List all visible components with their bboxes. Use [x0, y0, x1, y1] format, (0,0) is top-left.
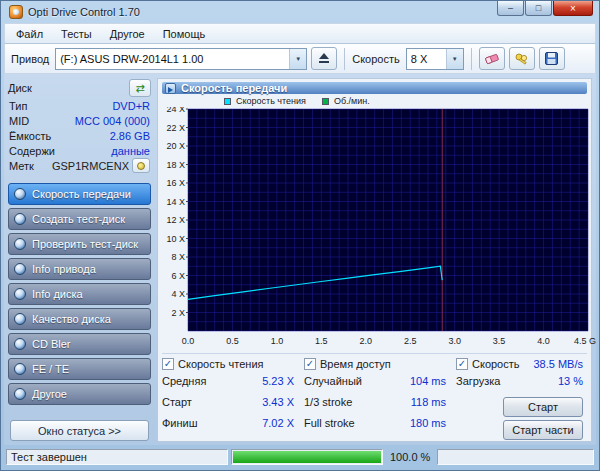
stats-row: Средняя 5.23 X Старт 3.43 X Финиш 7.02 X	[162, 375, 587, 442]
stat-value: 13 %	[558, 375, 583, 387]
sidebar-item-label: Info диска	[32, 288, 83, 300]
read-speed-checkbox-label: Скорость чтения	[178, 358, 264, 370]
rpm-swatch	[322, 98, 329, 105]
field-label: Тип	[9, 100, 27, 112]
field-value: GSP1RMCENX	[52, 160, 129, 172]
speed-label: Скорость	[352, 53, 400, 65]
refresh-disk-button[interactable]: ⇄	[129, 79, 151, 97]
stat-label: 1/3 stroke	[304, 396, 352, 408]
speed-check-group: ✓ Скорость 38.5 MB/s	[456, 358, 587, 370]
read-speed-check-group: ✓ Скорость чтения	[162, 358, 304, 370]
start-button[interactable]: Старт	[503, 397, 583, 417]
sidebar-item-fe-te[interactable]: FE / TE	[8, 358, 151, 380]
caption-buttons: – □ ×	[496, 1, 593, 16]
status-window-button[interactable]: Окно статуса >>	[10, 420, 149, 441]
svg-text:12 X: 12 X	[166, 215, 185, 225]
drive-select-value: (F:) ASUS DRW-2014L1 1.00	[60, 53, 289, 65]
svg-text:10 X: 10 X	[166, 234, 185, 244]
sidebar-item-verify-test-disc[interactable]: Проверить тест-диск	[8, 233, 151, 255]
menu-file[interactable]: Файл	[7, 26, 52, 42]
verify-disc-icon	[14, 238, 26, 250]
field-value: DVD+R	[112, 100, 150, 112]
svg-text:1.0: 1.0	[271, 336, 284, 346]
stat-value: 5.23 X	[262, 375, 294, 387]
legend-rpm-label: Об./мин.	[334, 96, 370, 106]
disk-field-mid: MID MCC 004 (000)	[8, 113, 151, 128]
sidebar-item-transfer-rate[interactable]: Скорость передачи	[8, 183, 151, 205]
sidebar-item-drive-info[interactable]: Info привода	[8, 258, 151, 280]
menu-tests[interactable]: Тесты	[52, 26, 101, 42]
title-bar: Opti Drive Control 1.70 – □ ×	[4, 1, 596, 23]
main-header: Скорость передачи	[162, 82, 587, 94]
refresh-icon: ⇄	[135, 82, 144, 95]
stat-label: Старт	[162, 396, 192, 408]
svg-text:0.0: 0.0	[182, 336, 195, 346]
progress-percent: 100.0 %	[386, 451, 434, 463]
drive-label: Привод	[11, 53, 49, 65]
speed-select[interactable]: 8 X ▼	[406, 48, 464, 70]
disk-field-type: Тип DVD+R	[8, 98, 151, 113]
maximize-button[interactable]: □	[525, 1, 552, 16]
sidebar-item-other[interactable]: Другое	[8, 383, 151, 405]
read-stats-column: Средняя 5.23 X Старт 3.43 X Финиш 7.02 X	[162, 375, 304, 442]
save-button[interactable]	[539, 47, 565, 70]
svg-text:2.0: 2.0	[360, 336, 373, 346]
field-label: Ёмкость	[9, 130, 51, 142]
sidebar-item-disc-info[interactable]: Info диска	[8, 283, 151, 305]
sidebar-item-label: Скорость передачи	[32, 188, 131, 200]
read-speed-checkbox[interactable]: ✓	[162, 358, 174, 370]
page-title: Скорость передачи	[181, 82, 287, 94]
disk-field-capacity: Ёмкость 2.86 GB	[8, 128, 151, 143]
status-bar: Тест завершен 100.0 %	[4, 446, 596, 467]
start-part-button[interactable]: Старт части	[503, 420, 583, 440]
disc-info-icon	[14, 288, 26, 300]
svg-text:2.5: 2.5	[404, 336, 417, 346]
sidebar-item-cd-bler[interactable]: CD Bler	[8, 333, 151, 355]
disk-field-contents: Содержи данные	[8, 143, 151, 158]
label-edit-button[interactable]	[132, 158, 150, 173]
tools-button[interactable]	[509, 47, 535, 70]
access-time-checkbox-label: Время доступ	[320, 358, 391, 370]
stat-average: Средняя 5.23 X	[162, 375, 294, 396]
status-filler	[437, 449, 594, 465]
sidebar-item-create-test-disc[interactable]: Создать тест-диск	[8, 208, 151, 230]
stat-load: Загрузка 13 %	[456, 375, 587, 396]
results-panel: ✓ Скорость чтения ✓ Время доступ ✓ Скоро…	[162, 353, 587, 442]
stat-value: 7.02 X	[262, 417, 294, 429]
speed-checkbox[interactable]: ✓	[456, 358, 468, 370]
transfer-rate-chart: 2 X4 X6 X8 X10 X12 X14 X16 X18 X20 X22 X…	[162, 107, 596, 349]
close-button[interactable]: ×	[553, 1, 593, 16]
chevron-down-icon[interactable]: ▼	[446, 49, 463, 69]
sidebar-item-label: CD Bler	[32, 338, 71, 350]
drive-select[interactable]: (F:) ASUS DRW-2014L1 1.00 ▼	[55, 48, 307, 70]
svg-text:1.5: 1.5	[315, 336, 328, 346]
stat-value: 180 ms	[410, 417, 446, 429]
menu-bar: Файл Тесты Другое Помощь	[4, 23, 596, 44]
progress-fill	[233, 451, 381, 463]
erase-disc-button[interactable]	[479, 47, 505, 70]
eraser-icon	[485, 53, 499, 65]
close-icon: ×	[570, 3, 576, 14]
fe-te-icon	[14, 363, 26, 375]
svg-text:18 X: 18 X	[166, 160, 185, 170]
toolbar-separator	[471, 48, 472, 70]
eject-button[interactable]	[311, 47, 337, 70]
access-time-checkbox[interactable]: ✓	[304, 358, 316, 370]
main-panel: Скорость передачи Скорость чтения Об./ми…	[157, 78, 592, 442]
menu-other[interactable]: Другое	[101, 26, 154, 42]
stat-value: 118 ms	[411, 396, 446, 408]
speed-readout: 38.5 MB/s	[533, 358, 587, 370]
content-area: Диск ⇄ Тип DVD+R MID MCC 004 (000) Ёмкос…	[4, 74, 596, 445]
create-disc-icon	[14, 213, 26, 225]
minimize-button[interactable]: –	[497, 1, 524, 16]
read-speed-swatch	[224, 98, 231, 105]
sidebar-nav: Скорость передачи Создать тест-диск Пров…	[8, 180, 151, 405]
stat-value: 104 ms	[410, 375, 446, 387]
actions-column: Загрузка 13 % Старт Старт части	[456, 375, 587, 442]
menu-help[interactable]: Помощь	[154, 26, 215, 42]
chevron-down-icon[interactable]: ▼	[289, 49, 306, 69]
speed-icon	[14, 188, 26, 200]
sidebar-item-disc-quality[interactable]: Качество диска	[8, 308, 151, 330]
toolbar: Привод (F:) ASUS DRW-2014L1 1.00 ▼ Скоро…	[4, 44, 596, 74]
save-icon	[545, 52, 558, 65]
